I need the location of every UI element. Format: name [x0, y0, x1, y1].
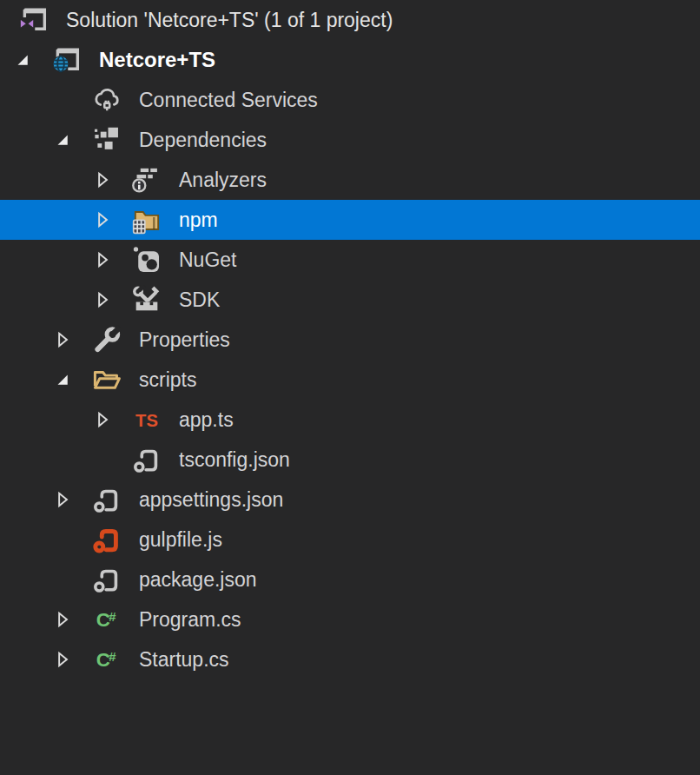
tree-item-scripts[interactable]: scripts	[0, 360, 700, 400]
collapsed-arrow-icon[interactable]	[85, 160, 125, 200]
collapsed-arrow-icon[interactable]	[85, 400, 125, 440]
collapsed-arrow-icon[interactable]	[85, 280, 125, 320]
nuget-icon	[125, 240, 168, 280]
tree-item-package-json[interactable]: package.json	[0, 560, 700, 599]
expander-spacer	[45, 520, 85, 560]
tree-item-label: Connected Services	[139, 89, 318, 112]
expander-spacer	[45, 80, 85, 120]
dependencies-icon	[85, 120, 129, 160]
tree-item-program-cs[interactable]: C # Program.cs	[0, 599, 700, 639]
svg-text:#: #	[109, 650, 116, 664]
tree-item-label: npm	[179, 209, 218, 232]
tree-item-label: appsettings.json	[139, 488, 283, 512]
solution-icon	[12, 0, 56, 40]
tree-item-label: gulpfile.js	[139, 528, 222, 552]
wrench-icon	[85, 320, 129, 360]
collapsed-arrow-icon[interactable]	[45, 320, 85, 360]
csharp-icon: C #	[85, 599, 129, 639]
tree-item-label: scripts	[139, 368, 196, 392]
tree-item-netcore-ts[interactable]: Netcore+TS	[0, 40, 700, 80]
tree-item-sdk[interactable]: SDK	[0, 280, 700, 320]
tree-item-label: NuGet	[179, 248, 236, 272]
collapsed-arrow-icon[interactable]	[45, 480, 85, 520]
json-icon	[85, 480, 129, 520]
tree-item-dependencies[interactable]: Dependencies	[0, 120, 700, 160]
project-icon	[45, 40, 89, 80]
json-icon	[125, 440, 168, 480]
tree-item-startup-cs[interactable]: C # Startup.cs	[0, 639, 700, 679]
collapsed-arrow-icon[interactable]	[45, 639, 85, 679]
tree-item-app-ts[interactable]: TS app.ts	[0, 400, 700, 440]
sdk-icon	[125, 280, 168, 320]
javascript-icon	[85, 520, 129, 560]
tree-item-solution-netcore-ts-1-of-1-project[interactable]: Solution 'Netcore+TS' (1 of 1 project)	[0, 0, 700, 40]
svg-text:#: #	[109, 610, 116, 624]
collapsed-arrow-icon[interactable]	[45, 599, 85, 639]
tree-item-tsconfig-json[interactable]: tsconfig.json	[0, 440, 700, 480]
tree-item-label: package.json	[139, 568, 257, 592]
tree-item-label: Properties	[139, 328, 230, 352]
typescript-icon: TS	[125, 400, 168, 440]
tree-item-label: Netcore+TS	[99, 48, 215, 72]
tree-item-label: Startup.cs	[139, 648, 229, 672]
tree-item-analyzers[interactable]: Analyzers	[0, 160, 700, 200]
tree-item-label: tsconfig.json	[179, 448, 290, 472]
tree-item-gulpfile-js[interactable]: gulpfile.js	[0, 520, 700, 560]
json-icon	[85, 560, 129, 599]
tree-item-label: Dependencies	[139, 129, 267, 152]
csharp-icon: C #	[85, 639, 129, 679]
tree-item-appsettings-json[interactable]: appsettings.json	[0, 480, 700, 520]
expanded-arrow-icon[interactable]	[45, 120, 85, 160]
folder-open-icon	[85, 360, 129, 400]
tree-item-label: Program.cs	[139, 608, 241, 632]
collapsed-arrow-icon[interactable]	[85, 200, 125, 240]
tree-item-npm[interactable]: npm	[0, 200, 700, 240]
tree-item-nuget[interactable]: NuGet	[0, 240, 700, 280]
tree-item-connected-services[interactable]: Connected Services	[0, 80, 700, 120]
expander-spacer	[85, 440, 125, 480]
tree-item-label: Analyzers	[179, 169, 267, 192]
tree-item-properties[interactable]: Properties	[0, 320, 700, 360]
expander-spacer	[45, 560, 85, 599]
tree-item-label: SDK	[179, 288, 220, 312]
collapsed-arrow-icon[interactable]	[85, 240, 125, 280]
expanded-arrow-icon[interactable]	[5, 40, 45, 80]
expanded-arrow-icon[interactable]	[45, 360, 85, 400]
svg-text:TS: TS	[135, 411, 158, 430]
solution-explorer-tree: Solution 'Netcore+TS' (1 of 1 project) N…	[0, 0, 700, 679]
analyzers-icon	[125, 160, 168, 200]
connected-services-icon	[85, 80, 129, 120]
tree-item-label: app.ts	[179, 408, 234, 432]
tree-item-label: Solution 'Netcore+TS' (1 of 1 project)	[66, 9, 393, 32]
npm-folder-icon	[125, 200, 168, 240]
